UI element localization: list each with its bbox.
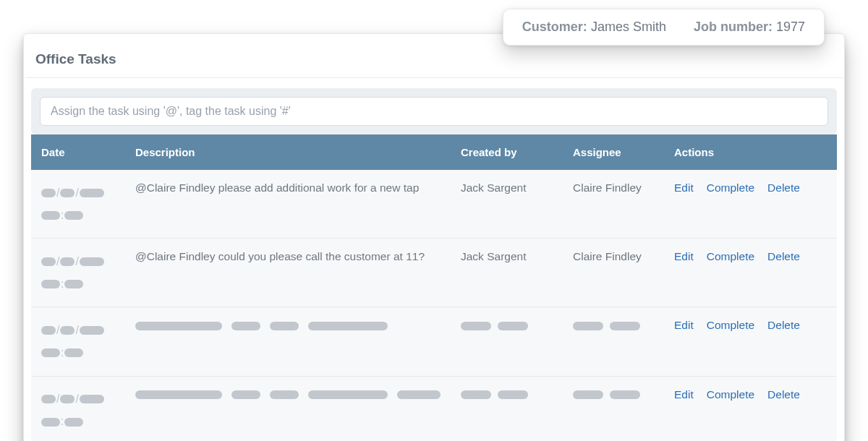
delete-button[interactable]: Delete: [767, 250, 800, 263]
cell-description: [135, 319, 461, 332]
cell-date: // :: [41, 319, 135, 364]
complete-button[interactable]: Complete: [707, 319, 754, 332]
complete-button[interactable]: Complete: [707, 388, 754, 401]
table-row: // : @Claire Findley please add addition…: [31, 170, 837, 239]
cell-date: // :: [41, 388, 135, 433]
table-row: // : Edit Complete: [31, 307, 837, 376]
cell-createdby: [461, 388, 573, 401]
delete-button[interactable]: Delete: [767, 319, 800, 332]
cell-actions: Edit Complete Delete: [674, 388, 827, 401]
customer-field: Customer: James Smith: [522, 20, 666, 35]
cell-date: // :: [41, 250, 135, 295]
task-input[interactable]: [40, 97, 828, 126]
customer-value: James Smith: [591, 20, 666, 34]
cell-createdby: Jack Sargent: [461, 181, 573, 194]
col-header-assignee: Assignee: [573, 146, 674, 158]
cell-assignee: [573, 319, 674, 332]
complete-button[interactable]: Complete: [707, 181, 754, 194]
cell-assignee: Claire Findley: [573, 181, 674, 194]
cell-description: @Claire Findley please add additional wo…: [135, 181, 461, 194]
office-tasks-card: Office Tasks Date Description Created by…: [23, 33, 845, 441]
customer-label: Customer:: [522, 20, 587, 34]
cell-description: [135, 388, 461, 401]
cell-assignee: [573, 388, 674, 401]
cell-createdby: Jack Sargent: [461, 250, 573, 263]
edit-button[interactable]: Edit: [674, 181, 694, 194]
col-header-actions: Actions: [674, 146, 827, 158]
delete-button[interactable]: Delete: [767, 388, 800, 401]
table-body: // : @Claire Findley please add addition…: [31, 170, 837, 441]
table-row: // : @Claire Findley could you please ca…: [31, 239, 837, 307]
edit-button[interactable]: Edit: [674, 388, 694, 401]
table-header: Date Description Created by Assignee Act…: [31, 134, 837, 170]
complete-button[interactable]: Complete: [707, 250, 754, 263]
col-header-description: Description: [135, 146, 461, 158]
cell-date: // :: [41, 181, 135, 226]
jobnumber-label: Job number:: [694, 20, 773, 34]
edit-button[interactable]: Edit: [674, 319, 694, 332]
col-header-date: Date: [41, 146, 135, 158]
jobnumber-value: 1977: [776, 20, 805, 34]
task-input-container: [31, 88, 837, 134]
delete-button[interactable]: Delete: [767, 181, 800, 194]
col-header-createdby: Created by: [461, 146, 573, 158]
jobnumber-field: Job number: 1977: [694, 20, 805, 35]
table-row: // : Edit: [31, 377, 837, 441]
cell-actions: Edit Complete Delete: [674, 319, 827, 332]
cell-assignee: Claire Findley: [573, 250, 674, 263]
edit-button[interactable]: Edit: [674, 250, 694, 263]
cell-createdby: [461, 319, 573, 332]
cell-actions: Edit Complete Delete: [674, 250, 827, 263]
cell-actions: Edit Complete Delete: [674, 181, 827, 194]
task-table: Date Description Created by Assignee Act…: [31, 134, 837, 441]
cell-description: @Claire Findley could you please call th…: [135, 250, 461, 263]
context-bar: Customer: James Smith Job number: 1977: [503, 9, 825, 46]
